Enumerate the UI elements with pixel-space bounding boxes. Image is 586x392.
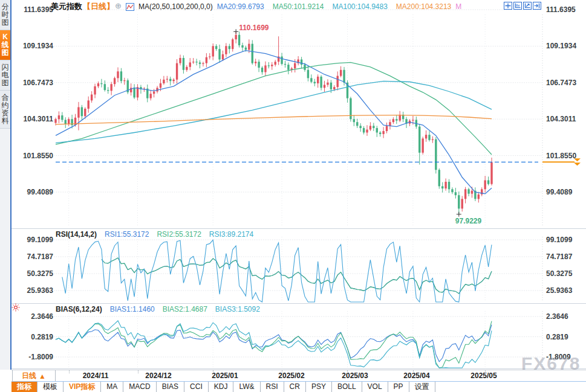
y-axis-label-left: 99.4089 bbox=[27, 188, 54, 196]
y-axis-label-left: 0.2819 bbox=[31, 333, 53, 341]
x-axis-tick bbox=[69, 370, 70, 373]
chart-header: 美元指数 【日线】 ⊕ MA(20,50,100,200,0,0) MA20:9… bbox=[51, 1, 461, 12]
y-axis-label-right: 74.7187 bbox=[546, 252, 573, 261]
crosshair-tool-icon[interactable] bbox=[504, 2, 512, 10]
toolbar-tab-cr[interactable]: CR bbox=[284, 382, 306, 392]
rsi2-line bbox=[102, 258, 492, 294]
y-axis-label-left: 2.3646 bbox=[31, 312, 53, 321]
y-axis-label-left: 104.3011 bbox=[24, 115, 54, 123]
bias-header: BIAS(6,12,24) BIAS1:1.1460 BIAS2:1.4687 … bbox=[56, 305, 260, 313]
collapse-right-icon[interactable] bbox=[533, 2, 541, 10]
y-axis-label-right: 101.8550 bbox=[546, 152, 576, 160]
x-axis-row: 日线▲ 2024/112024/122025/012025/022025/032… bbox=[11, 370, 586, 382]
toolbar-tab-kdj[interactable]: KDJ bbox=[209, 382, 234, 392]
y-axis-label-right: 99.4089 bbox=[546, 188, 573, 196]
toolbar-tab-macd[interactable]: MACD bbox=[123, 382, 156, 392]
x-axis-tick bbox=[347, 370, 348, 373]
bias-params-label: BIAS(6,12,24) bbox=[56, 305, 102, 313]
sidebar-tab-contract-info[interactable]: 合约资料 bbox=[0, 91, 10, 129]
x-axis-tick bbox=[413, 370, 414, 373]
chart-application: 分时图 K线图 闪电图 合约资料 美元指数 【日线】 ⊕ MA(20,50,10… bbox=[0, 0, 586, 392]
x-axis-date-label: 2025/04 bbox=[403, 371, 429, 380]
y-axis-label-left: 106.7473 bbox=[23, 79, 53, 87]
toolbar-tab-psy[interactable]: PSY bbox=[306, 382, 332, 392]
ma200-line bbox=[56, 115, 492, 124]
y-axis-label-right: 0.2819 bbox=[546, 333, 568, 341]
circle-plus-icon[interactable]: ⊕ bbox=[115, 1, 122, 12]
x-axis-date-label: 2024/11 bbox=[83, 371, 109, 380]
high-annotation: 110.1699 bbox=[239, 24, 269, 32]
rsi-params-label: RSI(14,14,2) bbox=[56, 230, 97, 239]
ma-legend-item: MA20:99.6793 bbox=[217, 2, 264, 11]
toolbar-tab-lwr[interactable]: LW& bbox=[233, 382, 260, 392]
y-axis-label-right: 50.3275 bbox=[546, 269, 573, 278]
toolbar-tab-rsi[interactable]: RSI bbox=[261, 382, 284, 392]
sidebar-tab-lightning-chart[interactable]: 闪电图 bbox=[0, 60, 10, 91]
axis-scale-icon[interactable] bbox=[513, 2, 522, 10]
indicator-toolbar: 指标模板VIP指标MAMACDBIASCCIKDJLW&RSICRPSYBOLL… bbox=[11, 381, 586, 392]
rsi1-line bbox=[102, 258, 492, 294]
toolbar-tab-bias[interactable]: BIAS bbox=[157, 382, 184, 392]
toolbar-tab-ma[interactable]: MA bbox=[101, 382, 123, 392]
y-axis-label-right: 111.6395 bbox=[546, 5, 576, 14]
x-axis-tick bbox=[213, 370, 213, 373]
bias1-line bbox=[56, 325, 492, 362]
x-axis-date-label: 2024/12 bbox=[145, 371, 171, 380]
sidebar-tab-kline-chart[interactable]: K线图 bbox=[0, 30, 10, 60]
toolbar-tab-cci[interactable]: CCI bbox=[184, 382, 209, 392]
y-axis-label-left: 99.1099 bbox=[27, 236, 54, 244]
ma-legend-item: MA50:101.9214 bbox=[273, 2, 324, 11]
rsi1-value: RSI1:55.3172 bbox=[105, 230, 149, 239]
up-arrow-icon: ▲ bbox=[39, 372, 46, 381]
ma-legend-item: MA200:104.3213 bbox=[396, 2, 451, 11]
rsi3-value: RSI3:89.2174 bbox=[209, 230, 253, 239]
sidebar-tab-time-chart[interactable]: 分时图 bbox=[0, 0, 10, 30]
y-axis-label-left: 74.7187 bbox=[27, 252, 54, 261]
toolbar-tab-vol[interactable]: VOL bbox=[362, 382, 388, 392]
y-axis-label-right: 2.3646 bbox=[546, 312, 568, 321]
bias2-value: BIAS2:1.4687 bbox=[163, 305, 207, 313]
bias3-value: BIAS3:1.5092 bbox=[215, 305, 260, 313]
y-axis-label-right: 99.1099 bbox=[546, 236, 573, 244]
y-axis-label-left: 111.6395 bbox=[24, 5, 53, 14]
y-axis-label-left: 109.1934 bbox=[23, 42, 53, 50]
toolbar-tab-indicator[interactable]: 指标 bbox=[11, 382, 37, 392]
y-axis-label-left: 25.9363 bbox=[27, 286, 54, 295]
y-axis-label-left: 101.8550 bbox=[23, 152, 53, 160]
period-tag[interactable]: 【日线】 bbox=[83, 1, 114, 12]
x-axis-tick bbox=[282, 370, 282, 373]
ma-legend-item: MA100:104.9483 bbox=[332, 2, 387, 11]
y-axis-label-right: 106.7473 bbox=[546, 79, 576, 87]
chart-toolbar-icons bbox=[504, 2, 541, 10]
m-label: M bbox=[455, 2, 461, 11]
period-label: 日线 bbox=[22, 371, 36, 381]
y-axis-label-right: 104.3011 bbox=[546, 115, 576, 123]
y-axis-label-left: -1.8009 bbox=[28, 353, 53, 361]
toolbar-tab-boll[interactable]: BOLL bbox=[332, 382, 362, 392]
toolbar-tab-pp[interactable]: PP bbox=[388, 382, 409, 392]
x-axis-tick bbox=[138, 370, 138, 373]
alert-sun-icon[interactable] bbox=[11, 303, 20, 314]
y-axis-label-right: 25.9363 bbox=[546, 286, 573, 295]
toolbar-tab-vip-indicator[interactable]: VIP指标 bbox=[63, 382, 101, 392]
toolbar-tab-settings[interactable]: 设置 bbox=[409, 382, 435, 392]
y-axis-label-left: 50.3275 bbox=[27, 269, 54, 278]
ma-legend: MA20:99.6793MA50:101.9214MA100:104.9483M… bbox=[217, 2, 452, 11]
rsi-header: RSI(14,14,2) RSI1:55.3172 RSI2:55.3172 R… bbox=[56, 230, 253, 239]
ma-params-label: MA(20,50,100,200,0,0) bbox=[138, 2, 213, 11]
rsi3-line bbox=[62, 240, 492, 302]
sidebar: 分时图 K线图 闪电图 合约资料 bbox=[0, 0, 11, 370]
toolbar-tab-template[interactable]: 模板 bbox=[37, 382, 63, 392]
rsi2-value: RSI2:55.3172 bbox=[157, 230, 201, 239]
chart-canvas[interactable]: 111.6395111.6395109.1934109.1934106.7473… bbox=[0, 0, 586, 370]
x-axis-date-label: 2025/05 bbox=[470, 371, 496, 380]
symbol-title: 美元指数 bbox=[51, 1, 82, 12]
x-axis-tick bbox=[485, 370, 486, 373]
bias1-value: BIAS1:1.1460 bbox=[110, 305, 155, 313]
x-axis-date-label: 2025/01 bbox=[212, 371, 238, 380]
low-annotation: 97.9229 bbox=[455, 217, 482, 225]
axis-pointer-icon[interactable] bbox=[523, 2, 532, 10]
period-selector[interactable]: 日线▲ bbox=[12, 370, 56, 382]
y-axis-label-right: 109.1934 bbox=[546, 42, 576, 50]
x-axis-date-label: 2025/03 bbox=[342, 371, 368, 380]
